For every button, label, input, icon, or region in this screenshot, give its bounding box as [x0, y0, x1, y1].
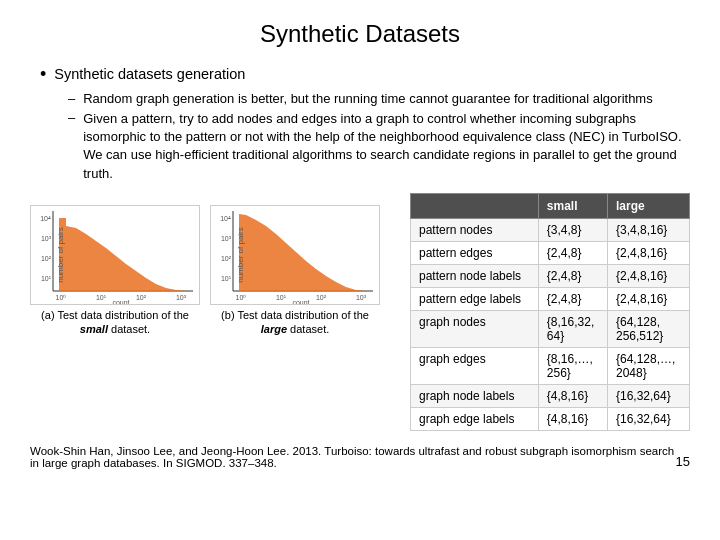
table-cell-large: {2,4,8,16}: [607, 264, 689, 287]
table-cell-label: pattern edge labels: [411, 287, 539, 310]
svg-marker-11: [59, 218, 186, 291]
table-cell-small: {2,4,8}: [538, 241, 607, 264]
table-row: graph nodes{8,16,32, 64}{64,128, 256,512…: [411, 310, 690, 347]
svg-text:10²: 10²: [221, 255, 232, 262]
svg-text:10³: 10³: [356, 294, 367, 301]
chart-b-area: number of pairs 10⁴ 10³ 10² 10¹ 10⁰ 10¹: [210, 205, 380, 305]
sub-bullets: – Random graph generation is better, but…: [68, 91, 690, 183]
svg-text:10²: 10²: [136, 294, 147, 301]
table-row: graph edges{8,16,…, 256}{64,128,…, 2048}: [411, 347, 690, 384]
table-cell-small: {8,16,32, 64}: [538, 310, 607, 347]
main-bullet-item: • Synthetic datasets generation: [40, 66, 690, 85]
svg-text:10²: 10²: [316, 294, 327, 301]
y-axis-label-a: number of pairs: [56, 227, 65, 283]
table-cell-large: {2,4,8,16}: [607, 287, 689, 310]
table-cell-label: pattern node labels: [411, 264, 539, 287]
chart-b-box: number of pairs 10⁴ 10³ 10² 10¹ 10⁰ 10¹: [210, 205, 380, 337]
svg-text:10³: 10³: [41, 235, 52, 242]
table-cell-small: {2,4,8}: [538, 264, 607, 287]
svg-text:10³: 10³: [221, 235, 232, 242]
table-cell-small: {8,16,…, 256}: [538, 347, 607, 384]
footer-citation: Wook-Shin Han, Jinsoo Lee, and Jeong-Hoo…: [30, 445, 676, 469]
y-axis-label-b: number of pairs: [236, 227, 245, 283]
table-cell-label: graph edges: [411, 347, 539, 384]
svg-text:10⁰: 10⁰: [236, 294, 247, 301]
table-cell-small: {4,8,16}: [538, 407, 607, 430]
table-row: graph edge labels{4,8,16}{16,32,64}: [411, 407, 690, 430]
svg-text:10⁴: 10⁴: [40, 215, 51, 222]
sub-dash-1: –: [68, 91, 75, 106]
table-cell-label: graph edge labels: [411, 407, 539, 430]
bullet-section: • Synthetic datasets generation – Random…: [40, 66, 690, 183]
right-content: small large pattern nodes{3,4,8}{3,4,8,1…: [410, 193, 690, 431]
main-bullet-text: Synthetic datasets generation: [54, 66, 245, 82]
table-cell-small: {4,8,16}: [538, 384, 607, 407]
table-cell-label: graph nodes: [411, 310, 539, 347]
table-cell-large: {64,128, 256,512}: [607, 310, 689, 347]
table-cell-large: {3,4,8,16}: [607, 218, 689, 241]
table-cell-large: {16,32,64}: [607, 384, 689, 407]
chart-b-caption: (b) Test data distribution of the large …: [210, 308, 380, 337]
table-row: pattern edges{2,4,8}{2,4,8,16}: [411, 241, 690, 264]
col-header-large: large: [607, 193, 689, 218]
svg-text:count: count: [292, 299, 309, 305]
sub-bullet-2-text: Given a pattern, try to add nodes and ed…: [83, 110, 690, 183]
svg-text:10³: 10³: [176, 294, 187, 301]
svg-text:count: count: [112, 299, 129, 305]
main-content: number of pairs 10⁴ 10³ 10² 10¹ 10⁰ 10¹: [30, 193, 690, 431]
svg-marker-23: [239, 214, 366, 291]
svg-text:10¹: 10¹: [96, 294, 107, 301]
chart-a-box: number of pairs 10⁴ 10³ 10² 10¹ 10⁰ 10¹: [30, 205, 200, 337]
col-header-label: [411, 193, 539, 218]
sub-bullet-2: – Given a pattern, try to add nodes and …: [68, 110, 690, 183]
table-cell-label: graph node labels: [411, 384, 539, 407]
svg-text:10⁰: 10⁰: [56, 294, 67, 301]
charts-row: number of pairs 10⁴ 10³ 10² 10¹ 10⁰ 10¹: [30, 205, 400, 337]
sub-bullet-1: – Random graph generation is better, but…: [68, 91, 690, 106]
table-cell-large: {16,32,64}: [607, 407, 689, 430]
sub-dash-2: –: [68, 110, 75, 125]
table-row: pattern edge labels{2,4,8}{2,4,8,16}: [411, 287, 690, 310]
chart-a-area: number of pairs 10⁴ 10³ 10² 10¹ 10⁰ 10¹: [30, 205, 200, 305]
footer-row: Wook-Shin Han, Jinsoo Lee, and Jeong-Hoo…: [30, 431, 690, 469]
table-cell-label: pattern nodes: [411, 218, 539, 241]
page-title: Synthetic Datasets: [30, 20, 690, 48]
sub-bullet-1-text: Random graph generation is better, but t…: [83, 91, 652, 106]
left-content: number of pairs 10⁴ 10³ 10² 10¹ 10⁰ 10¹: [30, 193, 400, 431]
table-row: pattern nodes{3,4,8}{3,4,8,16}: [411, 218, 690, 241]
table-cell-label: pattern edges: [411, 241, 539, 264]
table-cell-large: {2,4,8,16}: [607, 241, 689, 264]
svg-text:10⁴: 10⁴: [220, 215, 231, 222]
svg-text:10¹: 10¹: [276, 294, 287, 301]
table-header-row: small large: [411, 193, 690, 218]
svg-text:10¹: 10¹: [41, 275, 52, 282]
table-cell-small: {3,4,8}: [538, 218, 607, 241]
col-header-small: small: [538, 193, 607, 218]
table-row: graph node labels{4,8,16}{16,32,64}: [411, 384, 690, 407]
page-number: 15: [676, 454, 690, 469]
table-row: pattern node labels{2,4,8}{2,4,8,16}: [411, 264, 690, 287]
data-table: small large pattern nodes{3,4,8}{3,4,8,1…: [410, 193, 690, 431]
table-cell-large: {64,128,…, 2048}: [607, 347, 689, 384]
svg-text:10²: 10²: [41, 255, 52, 262]
chart-a-caption: (a) Test data distribution of the small …: [30, 308, 200, 337]
table-cell-small: {2,4,8}: [538, 287, 607, 310]
svg-text:10¹: 10¹: [221, 275, 232, 282]
bullet-dot: •: [40, 64, 46, 85]
